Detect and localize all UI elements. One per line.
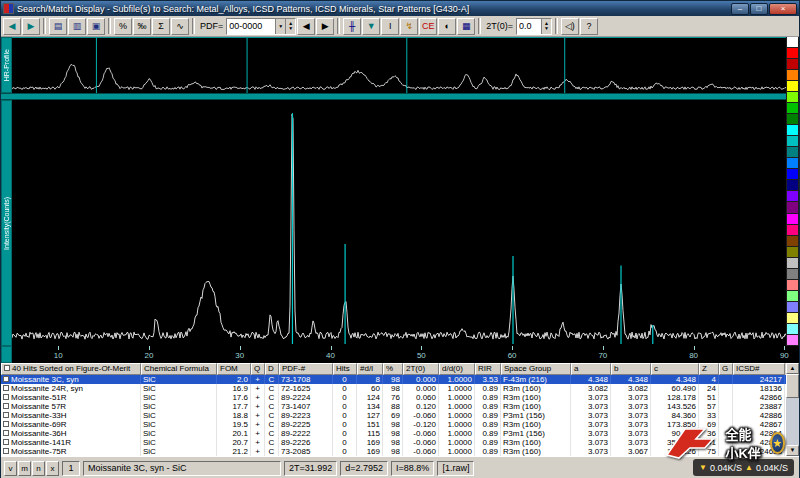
save-button[interactable]: ▤ [49, 18, 67, 35]
palette-color-19[interactable] [786, 247, 799, 258]
sigma-button[interactable]: Σ [152, 18, 170, 35]
palette-color-13[interactable] [786, 180, 799, 191]
table-row[interactable]: Moissanite 57RSiC17.7+C73-14070134880.12… [1, 402, 788, 411]
column-header-10[interactable]: d/d(0) [439, 363, 475, 375]
two-theta-offset-input-spinner[interactable]: ▲▼ [541, 19, 551, 34]
column-header-12[interactable]: Space Group [501, 363, 571, 375]
palette-color-9[interactable] [786, 136, 799, 147]
plot-splitter[interactable] [1, 93, 799, 100]
status-nav-button-x[interactable]: x [46, 461, 59, 476]
select-all-checkbox[interactable] [4, 365, 10, 371]
palette-color-5[interactable] [786, 92, 799, 103]
permille-button[interactable]: ‰ [133, 18, 151, 35]
column-header-1[interactable]: Chemical Formula [141, 363, 217, 375]
palette-color-0[interactable] [786, 37, 799, 48]
two-theta-offset-input[interactable]: ▲▼ [516, 18, 552, 35]
palette-color-10[interactable] [786, 147, 799, 158]
palette-color-27[interactable] [786, 335, 799, 346]
column-header-4[interactable]: D [265, 363, 279, 375]
maximize-button[interactable]: □ [750, 3, 768, 15]
page-number-box[interactable]: 1 [62, 461, 80, 476]
chevron-down-icon[interactable]: ▼ [275, 19, 285, 34]
row-checkbox[interactable] [3, 394, 9, 400]
column-header-7[interactable]: #d/I [357, 363, 383, 375]
palette-color-14[interactable] [786, 191, 799, 202]
pdf-prev-button[interactable]: ◀ [297, 18, 315, 35]
palette-color-11[interactable] [786, 158, 799, 169]
palette-color-1[interactable] [786, 48, 799, 59]
prev-pattern-button[interactable]: ◀ [3, 18, 21, 35]
column-header-13[interactable]: a [571, 363, 611, 375]
intensity-scale-button[interactable]: I [381, 18, 399, 35]
table-row[interactable]: Moissanite 24R, synSiC16.9+C72-162506098… [1, 384, 788, 393]
column-header-9[interactable]: 2T(0) [403, 363, 439, 375]
column-header-14[interactable]: b [611, 363, 651, 375]
pdf-next-button[interactable]: ▶ [316, 18, 334, 35]
column-header-11[interactable]: RIR [475, 363, 501, 375]
scroll-thumb[interactable] [786, 374, 799, 398]
palette-color-2[interactable] [786, 59, 799, 70]
row-checkbox[interactable] [3, 403, 9, 409]
palette-color-3[interactable] [786, 70, 799, 81]
close-button[interactable]: × [769, 3, 797, 15]
palette-color-26[interactable] [786, 324, 799, 335]
palette-color-15[interactable] [786, 202, 799, 213]
scroll-down-icon[interactable]: ▼ [786, 445, 799, 456]
column-header-15[interactable]: c [651, 363, 699, 375]
minimize-button[interactable]: – [731, 3, 749, 15]
hr-profile-chart[interactable] [12, 38, 788, 93]
scroll-up-icon[interactable]: ▲ [786, 363, 799, 374]
main-pattern-chart[interactable] [12, 100, 788, 346]
table-row[interactable]: Moissanite 3C, synSiC2.0+C73-170808980.0… [1, 375, 788, 384]
row-checkbox[interactable] [3, 421, 9, 427]
status-nav-button-v[interactable]: v [4, 461, 17, 476]
row-checkbox[interactable] [3, 385, 9, 391]
clear-button[interactable]: CE [419, 18, 437, 35]
main-pattern-plot[interactable] [12, 100, 788, 346]
row-checkbox[interactable] [3, 448, 9, 454]
palette-color-4[interactable] [786, 81, 799, 92]
palette-color-7[interactable] [786, 114, 799, 125]
column-header-8[interactable]: % [383, 363, 403, 375]
pdf-number-combo[interactable]: ▼▲▼ [226, 18, 296, 35]
row-checkbox[interactable] [3, 430, 9, 436]
column-header-0[interactable]: 40 Hits Sorted on Figure-Of-Merit [1, 363, 141, 375]
column-header-2[interactable]: FOM [217, 363, 251, 375]
percent-button[interactable]: % [114, 18, 132, 35]
column-header-18[interactable]: ICSD# [733, 363, 785, 375]
palette-color-20[interactable] [786, 258, 799, 269]
status-nav-button-m[interactable]: m [18, 461, 31, 476]
palette-color-24[interactable] [786, 302, 799, 313]
column-header-5[interactable]: PDF-# [279, 363, 333, 375]
palette-color-17[interactable] [786, 225, 799, 236]
column-header-6[interactable]: Hits [333, 363, 357, 375]
table-row[interactable]: Moissanite-51RSiC17.6+C89-22240124760.06… [1, 393, 788, 402]
speaker-button[interactable]: ◁) [561, 18, 579, 35]
table-scrollbar[interactable]: ▲ ▼ [786, 363, 799, 456]
row-checkbox[interactable] [3, 439, 9, 445]
column-header-16[interactable]: Z [699, 363, 719, 375]
print-button[interactable]: ▣ [87, 18, 105, 35]
help-button[interactable]: ? [580, 18, 598, 35]
row-checkbox[interactable] [3, 412, 9, 418]
grid-button[interactable]: ▦ [457, 18, 475, 35]
column-header-17[interactable]: G [719, 363, 733, 375]
smooth-button[interactable]: ∿ [171, 18, 189, 35]
row-checkbox[interactable] [3, 376, 9, 382]
stick-overlay-button[interactable]: ╫ [343, 18, 361, 35]
column-header-3[interactable]: Q [251, 363, 265, 375]
palette-color-12[interactable] [786, 169, 799, 180]
palette-color-25[interactable] [786, 313, 799, 324]
palette-color-6[interactable] [786, 103, 799, 114]
palette-color-18[interactable] [786, 236, 799, 247]
hr-profile-plot[interactable] [12, 37, 788, 93]
pdf-number-combo-spinner[interactable]: ▲▼ [285, 19, 295, 34]
strip-ka2-button[interactable]: ↯ [400, 18, 418, 35]
palette-color-16[interactable] [786, 214, 799, 225]
palette-color-21[interactable] [786, 269, 799, 280]
next-pattern-button[interactable]: ▶ [22, 18, 40, 35]
palette-color-23[interactable] [786, 291, 799, 302]
two-theta-offset-input-value[interactable] [517, 20, 541, 33]
table-row[interactable]: Moissanite-33HSiC18.8+C89-2223012769-0.0… [1, 411, 788, 420]
status-nav-button-n[interactable]: n [32, 461, 45, 476]
